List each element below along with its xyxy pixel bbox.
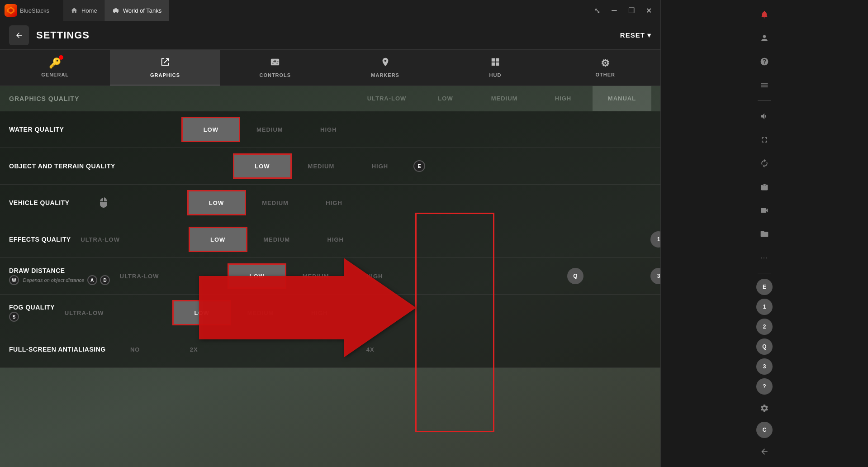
fog-quality-row: FOG QUALITY S ULTRA-LOW LOW MEDIUM H [0,295,660,331]
shortcut-q-btn[interactable]: Q [756,338,773,355]
draw-low[interactable]: LOW [228,263,286,289]
shortcut-3-btn[interactable]: 3 [756,358,773,375]
folder-icon-btn[interactable] [754,224,774,244]
obj-low[interactable]: LOW [233,153,292,179]
water-high[interactable]: HIGH [299,117,358,142]
vehicle-options: LOW MEDIUM HIGH [70,190,364,215]
quality-medium[interactable]: MEDIUM [475,86,534,111]
back-arrow-icon-btn[interactable] [754,442,774,462]
tab-markers[interactable]: MARKERS [330,50,440,86]
tab-other-label: OTHER [596,72,616,77]
shortcut-e-btn[interactable]: E [756,279,773,295]
graphics-quality-label: GRAPHICS QUALITY [9,95,357,102]
draw-distance-label-group: DRAW DISTANCE W Depends on object distan… [9,267,110,285]
obj-low-col[interactable] [174,153,233,179]
tab-general[interactable]: 🔑 GENERAL [0,50,110,86]
water-medium[interactable]: MEDIUM [240,117,299,142]
effects-quality-label: EFFECTS QUALITY [9,236,71,243]
obj-medium[interactable]: MEDIUM [292,153,351,179]
title-bar: BlueStacks Home World of Tanks ⤡ ─ ❐ ✕ [0,0,660,21]
tab-markers-label: MARKERS [371,72,399,78]
sound-icon-btn[interactable] [754,106,774,126]
bluestacks-icon [5,4,17,17]
world-of-tanks-tab[interactable]: World of Tanks [105,0,170,21]
settings-title: SETTINGS [36,29,620,41]
home-tab[interactable]: Home [63,0,105,21]
fog-medium[interactable]: MEDIUM [231,300,290,325]
water-low[interactable]: LOW [181,117,240,142]
settings-icon-btn[interactable] [754,398,774,418]
more-icon-btn[interactable]: ··· [754,248,774,267]
vehicle-low[interactable]: LOW [187,190,246,215]
d-key: D [100,275,110,285]
shortcut-help-btn[interactable]: ? [756,378,773,395]
object-terrain-label-group: OBJECT AND TERRAIN QUALITY [9,162,115,170]
vehicle-medium[interactable]: MEDIUM [246,190,305,215]
help-icon-btn[interactable] [754,52,774,71]
antialias-empty2[interactable] [282,337,341,362]
water-quality-label-group: WATER QUALITY [9,126,64,133]
quality-ultra-low[interactable]: ULTRA-LOW [357,86,416,111]
quality-high[interactable]: HIGH [534,86,593,111]
record-icon-btn[interactable] [754,200,774,220]
tab-hud[interactable]: HUD [440,50,550,86]
shortcut-2-btn[interactable]: 2 [756,319,773,335]
fog-label-group: FOG QUALITY S [9,304,55,322]
tab-graphics[interactable]: GRAPHICS [110,50,220,86]
tab-hud-label: HUD [489,72,502,78]
antialias-4x[interactable]: 4X [341,337,400,362]
rotate-icon-btn[interactable] [754,153,774,173]
effects-medium[interactable]: MEDIUM [247,227,306,252]
svg-point-5 [116,11,118,13]
antialias-2x[interactable]: 2X [165,337,223,362]
fog-options: ULTRA-LOW LOW MEDIUM HIGH [55,300,349,325]
tab-controls[interactable]: CONTROLS [220,50,330,86]
world-of-tanks-tab-label: World of Tanks [123,7,162,14]
effects-high[interactable]: HIGH [306,227,365,252]
obj-ultra-low[interactable] [115,153,174,179]
effects-ultra-low[interactable]: ULTRA-LOW [71,227,130,252]
antialiasing-options: NO 2X 4X [106,337,400,362]
minimize-btn[interactable]: ─ [606,2,622,19]
quality-manual[interactable]: MANUAL [593,86,651,111]
tab-navigation: 🔑 GENERAL GRAPHICS CONTROLS [0,50,660,86]
quality-low[interactable]: LOW [416,86,475,111]
object-terrain-quality-label: OBJECT AND TERRAIN QUALITY [9,162,115,170]
graphics-quality-header: GRAPHICS QUALITY ULTRA-LOW LOW MEDIUM HI… [0,86,660,111]
back-button[interactable] [9,25,29,45]
account-icon-btn[interactable] [754,28,774,48]
fog-low-col[interactable] [114,300,172,325]
antialias-no[interactable]: NO [106,337,165,362]
water-ultra-low[interactable] [64,117,123,142]
antialias-empty1[interactable] [223,337,282,362]
draw-ultra-low[interactable]: ULTRA-LOW [110,263,169,289]
fog-ultra-low[interactable]: ULTRA-LOW [55,300,114,325]
vehicle-high[interactable]: HIGH [305,190,364,215]
bell-icon-btn[interactable] [754,5,774,24]
tab-other[interactable]: ⚙ OTHER [550,50,660,86]
fog-low[interactable]: LOW [172,300,231,325]
water-low-col[interactable] [123,117,181,142]
draw-high[interactable]: HIGH [345,263,404,289]
effects-low-col[interactable] [130,227,189,252]
reset-button[interactable]: RESET ▾ [620,31,651,39]
screenshot-icon-btn[interactable] [754,177,774,197]
fog-quality-label: FOG QUALITY [9,304,55,311]
menu-icon-btn[interactable] [754,75,774,95]
side-expand-btn[interactable]: ⤡ [589,2,605,19]
close-btn[interactable]: ✕ [640,2,657,19]
svg-point-4 [114,11,115,13]
fullscreen-icon-btn[interactable] [754,130,774,150]
draw-low-col[interactable] [169,263,228,289]
effects-low[interactable]: LOW [189,227,247,252]
a-key: A [87,275,97,285]
draw-medium[interactable]: MEDIUM [286,263,345,289]
fog-high[interactable]: HIGH [290,300,349,325]
obj-high[interactable]: HIGH [351,153,409,179]
shortcut-c-btn[interactable]: C [756,422,773,438]
restore-btn[interactable]: ❐ [623,2,640,19]
vehicle-low-col[interactable] [128,190,187,215]
shortcut-1-btn[interactable]: 1 [756,299,773,315]
sidebar-divider-2 [758,273,771,273]
water-quality-options: LOW MEDIUM HIGH [64,117,358,142]
